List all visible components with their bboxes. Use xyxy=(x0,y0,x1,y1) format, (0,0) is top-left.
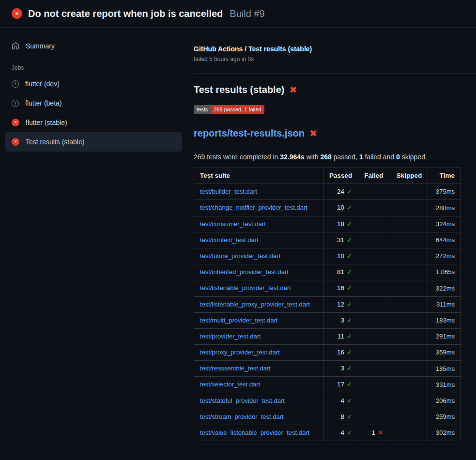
table-row: test/multi_provider_test.dart3✓183ms xyxy=(194,312,461,328)
failed-cell xyxy=(358,296,389,312)
suite-link[interactable]: test/stateful_provider_test.dart xyxy=(200,397,285,404)
col-header-failed: Failed xyxy=(358,168,389,184)
time-cell: 185ms xyxy=(428,361,461,377)
table-row: test/value_listenable_provider_test.dart… xyxy=(194,425,461,441)
suite-cell: test/stream_provider_test.dart xyxy=(194,409,323,425)
time-cell: 206ms xyxy=(428,393,461,409)
skipped-cell xyxy=(389,361,428,377)
suite-link[interactable]: test/inherited_provider_test.dart xyxy=(200,268,289,276)
failed-cell xyxy=(358,328,389,344)
report-title-link[interactable]: reports/test-results.json xyxy=(194,128,305,139)
badge-label: tests xyxy=(194,105,211,114)
suite-cell: test/listenable_proxy_provider_test.dart xyxy=(194,296,323,312)
x-circle-icon: ✕ xyxy=(12,138,19,146)
suite-link[interactable]: test/context_test.dart xyxy=(200,236,259,244)
summary-text: with xyxy=(305,153,321,161)
table-row: test/stateful_provider_test.dart4✓206ms xyxy=(194,393,461,409)
skipped-cell xyxy=(389,393,428,409)
x-icon: ✖ xyxy=(309,129,317,138)
check-icon: ✓ xyxy=(347,429,352,436)
failed-cell xyxy=(358,377,389,393)
suite-link[interactable]: test/builder_test.dart xyxy=(200,188,257,195)
col-header-passed: Passed xyxy=(323,168,358,184)
section-title-row: Test results (stable) ✖ xyxy=(194,84,476,95)
table-row: test/selector_test.dart17✓331ms xyxy=(194,377,461,393)
suite-link[interactable]: test/proxy_provider_test.dart xyxy=(200,349,280,356)
suite-link[interactable]: test/change_notifier_provider_test.dart xyxy=(200,204,307,211)
skipped-cell xyxy=(389,345,428,361)
exclamation-circle-icon: ! xyxy=(12,100,19,107)
table-row: test/consumer_test.dart18✓324ms xyxy=(194,216,461,232)
section-title: Test results (stable) xyxy=(194,84,284,95)
time-cell: 331ms xyxy=(428,377,461,393)
summary-line: 269 tests were completed in 32.964s with… xyxy=(194,153,476,161)
failed-cell xyxy=(358,184,389,200)
skipped-cell xyxy=(389,232,428,248)
skipped-cell xyxy=(389,312,428,328)
summary-skipped-count: 0 xyxy=(396,153,400,161)
check-icon: ✓ xyxy=(347,349,352,356)
passed-cell: 3✓ xyxy=(323,361,358,377)
summary-passed-count: 268 xyxy=(321,153,332,161)
summary-failed-count: 1 xyxy=(359,153,363,161)
suite-cell: test/context_test.dart xyxy=(194,232,323,248)
skipped-cell xyxy=(389,328,428,344)
sidebar-item-label: flutter (dev) xyxy=(25,80,60,88)
main-content: GitHub Actions / Test results (stable) f… xyxy=(194,28,476,441)
suite-link[interactable]: test/reassemble_test.dart xyxy=(200,365,271,372)
time-cell: 183ms xyxy=(428,312,461,328)
sidebar-item-summary[interactable]: Summary xyxy=(5,36,182,56)
col-header-skipped: Skipped xyxy=(389,168,428,184)
x-icon: ✖ xyxy=(289,85,297,94)
suite-link[interactable]: test/stream_provider_test.dart xyxy=(200,413,284,420)
check-icon: ✓ xyxy=(347,333,352,340)
suite-cell: test/builder_test.dart xyxy=(194,184,323,200)
suite-link[interactable]: test/multi_provider_test.dart xyxy=(200,317,277,324)
check-icon: ✓ xyxy=(347,397,352,404)
summary-text: 269 tests were completed in xyxy=(194,153,280,161)
suite-link[interactable]: test/listenable_provider_test.dart xyxy=(200,284,291,291)
sidebar-item-flutter-dev[interactable]: ! flutter (dev) xyxy=(5,74,182,93)
suite-cell: test/proxy_provider_test.dart xyxy=(194,345,323,361)
sidebar-item-label: Summary xyxy=(26,42,55,50)
x-icon: ✕ xyxy=(378,429,383,436)
passed-cell: 8✓ xyxy=(323,409,358,425)
passed-cell: 10✓ xyxy=(323,248,358,264)
time-cell: 359ms xyxy=(428,345,461,361)
check-icon: ✓ xyxy=(347,381,352,388)
time-cell: 291ms xyxy=(428,328,461,344)
check-icon: ✓ xyxy=(347,317,352,324)
summary-text: passed, xyxy=(332,153,359,161)
suite-cell: test/reassemble_test.dart xyxy=(194,361,323,377)
sidebar-item-flutter-stable[interactable]: ✕ flutter (stable) xyxy=(5,113,182,132)
failed-cell xyxy=(358,361,389,377)
failed-cell xyxy=(358,393,389,409)
divider xyxy=(194,73,476,74)
check-icon: ✓ xyxy=(347,236,352,244)
col-header-time: Time xyxy=(428,168,461,184)
suite-link[interactable]: test/consumer_test.dart xyxy=(200,220,266,228)
suite-link[interactable]: test/provider_test.dart xyxy=(200,333,261,340)
table-row: test/builder_test.dart24✓375ms xyxy=(194,184,461,200)
table-row: test/context_test.dart31✓644ms xyxy=(194,232,461,248)
time-cell: 280ms xyxy=(428,200,461,216)
passed-cell: 24✓ xyxy=(323,184,358,200)
suite-link[interactable]: test/value_listenable_provider_test.dart xyxy=(200,429,309,436)
check-icon: ✓ xyxy=(347,413,352,420)
failed-cell xyxy=(358,232,389,248)
sidebar-item-test-results-stable[interactable]: ✕ Test results (stable) xyxy=(5,132,182,152)
time-cell: 302ms xyxy=(428,425,461,441)
passed-cell: 16✓ xyxy=(323,280,358,296)
report-title-row: reports/test-results.json ✖ xyxy=(194,128,476,144)
passed-cell: 17✓ xyxy=(323,377,358,393)
suite-link[interactable]: test/future_provider_test.dart xyxy=(200,252,280,260)
suite-link[interactable]: test/selector_test.dart xyxy=(200,381,260,388)
skipped-cell xyxy=(389,296,428,312)
sidebar-item-flutter-beta[interactable]: ! flutter (beta) xyxy=(5,93,182,113)
suite-link[interactable]: test/listenable_proxy_provider_test.dart xyxy=(200,301,310,308)
summary-text: failed and xyxy=(363,153,397,161)
skipped-cell xyxy=(389,409,428,425)
skipped-cell xyxy=(389,200,428,216)
skipped-cell xyxy=(389,377,428,393)
table-row: test/future_provider_test.dart10✓272ms xyxy=(194,248,461,264)
